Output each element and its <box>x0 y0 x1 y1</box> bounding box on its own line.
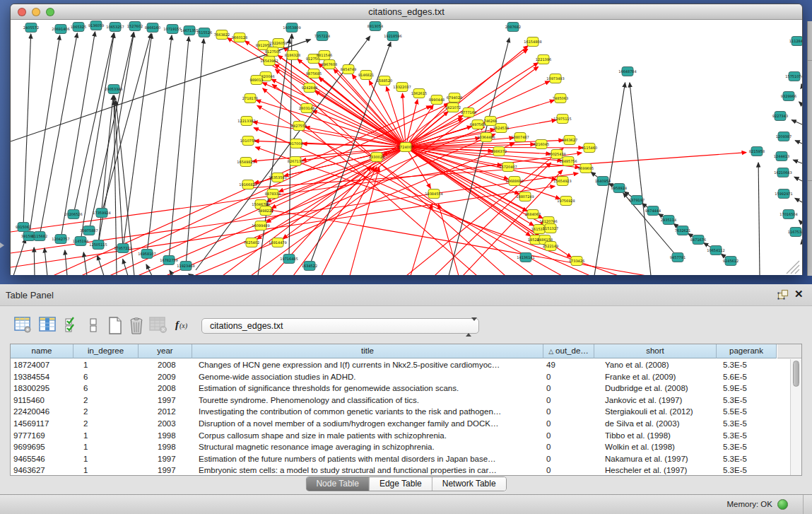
network-node[interactable]: 1221396 <box>536 55 551 64</box>
network-node[interactable]: 6497568 <box>470 120 486 129</box>
table-cell[interactable]: Hescheler et al. (1997) <box>594 465 717 477</box>
network-node[interactable]: 746266 <box>483 117 497 126</box>
table-cell[interactable]: 1998 <box>139 430 192 442</box>
table-cell[interactable]: Tibbo et al. (1998) <box>594 430 717 442</box>
table-cell[interactable]: 1 <box>73 465 139 477</box>
network-node[interactable]: 16549823 <box>237 158 254 167</box>
network-node[interactable]: 1115682 <box>32 232 47 241</box>
network-node[interactable]: 6794028 <box>447 93 462 103</box>
table-row[interactable]: 1830029562008Estimation of significance … <box>11 382 790 395</box>
network-node[interactable]: 9875685 <box>306 69 322 78</box>
network-node[interactable]: 16210643 <box>774 168 792 177</box>
table-cell[interactable]: 5.3E-5 <box>717 359 777 371</box>
network-node[interactable]: 8813054 <box>367 22 383 31</box>
network-node[interactable]: 1209387 <box>776 132 792 141</box>
table-cell[interactable]: 2 <box>73 418 139 430</box>
table-cell[interactable]: Changes of HCN gene expression and I(f) … <box>192 359 543 371</box>
network-node[interactable]: 8471676 <box>690 235 706 245</box>
show-columns-icon[interactable] <box>39 317 57 333</box>
network-node[interactable]: 1167534 <box>788 228 802 237</box>
network-node[interactable]: 917004 <box>289 139 302 148</box>
table-cell[interactable]: 0 <box>543 371 594 383</box>
network-node[interactable]: 9315061 <box>16 223 31 232</box>
tab-node-table[interactable]: Node Table <box>306 477 370 491</box>
table-scrollbar[interactable] <box>790 359 801 475</box>
network-node[interactable]: 10719155 <box>163 25 181 34</box>
network-node[interactable]: 8215958 <box>749 147 765 156</box>
table-cell[interactable]: 2008 <box>139 382 192 395</box>
network-node[interactable]: 15751074 <box>785 72 802 81</box>
network-node[interactable]: 12213383 <box>237 117 255 126</box>
table-cell[interactable]: 2 <box>73 395 139 407</box>
column-header-year[interactable]: year <box>139 344 192 358</box>
table-cell[interactable]: 5.3E-5 <box>717 465 777 477</box>
network-node[interactable]: 9127505 <box>265 47 281 57</box>
network-node[interactable]: 10653257 <box>106 23 124 32</box>
network-node[interactable]: 3498222 <box>258 206 273 216</box>
network-node[interactable]: 18807249 <box>516 192 534 201</box>
window-titlebar[interactable]: citations_edges.txt <box>11 4 802 20</box>
close-panel-icon[interactable]: ✕ <box>794 288 804 300</box>
network-node[interactable]: 989013 <box>249 76 263 85</box>
table-row[interactable]: 969969511998Structural magnetic resonanc… <box>11 441 790 453</box>
table-cell[interactable]: Nakamura et al. (1997) <box>594 453 717 465</box>
table-cell[interactable]: 2003 <box>139 418 192 430</box>
table-cell[interactable]: 49 <box>543 359 594 371</box>
table-cell[interactable]: Yano et al. (2008) <box>594 359 717 371</box>
network-canvas[interactable]: 1724007891295423226058912750581863289127… <box>11 20 802 275</box>
table-cell[interactable]: Structural magnetic resonance image aver… <box>192 441 543 453</box>
table-cell[interactable]: 5.3E-5 <box>717 441 777 453</box>
network-node[interactable]: 16648784 <box>618 67 636 76</box>
network-node[interactable]: 7625402 <box>244 238 259 247</box>
table-cell[interactable]: Tourette syndrome. Phenomenology and cla… <box>192 395 543 407</box>
table-cell[interactable]: 18724007 <box>11 359 73 371</box>
table-cell[interactable]: 9465546 <box>11 453 73 465</box>
table-cell[interactable]: 1 <box>73 441 139 453</box>
table-cell[interactable]: 6 <box>73 382 139 395</box>
network-node[interactable]: 8267130 <box>288 157 303 166</box>
network-node[interactable]: 7515526 <box>196 28 212 37</box>
new-table-icon[interactable] <box>107 317 123 334</box>
memory-status-icon[interactable] <box>777 499 788 510</box>
table-cell[interactable]: 5.3E-5 <box>717 418 777 430</box>
network-node[interactable]: 9242848 <box>302 83 317 93</box>
table-cell[interactable]: 5.3E-5 <box>717 430 777 442</box>
network-node[interactable]: 1362615 <box>411 89 427 98</box>
network-node[interactable]: 2522149 <box>543 242 558 251</box>
table-cell[interactable]: Dudbridge et al. (2008) <box>594 382 717 395</box>
network-node[interactable]: 15654923 <box>553 177 571 186</box>
network-node[interactable]: 17016504 <box>779 210 797 219</box>
network-node[interactable]: 2087682 <box>505 23 521 32</box>
table-cell[interactable]: 2012 <box>139 406 192 418</box>
network-node[interactable]: 8186328 <box>285 51 300 60</box>
table-row[interactable]: 946554611997Estimation of the future num… <box>11 453 790 465</box>
column-header-in_degree[interactable]: in_degree <box>73 344 139 358</box>
network-node[interactable]: 1634522 <box>302 262 317 271</box>
delete-trash-icon[interactable] <box>128 317 145 335</box>
citation-network-graph[interactable]: 1724007891295423226058912750581863289127… <box>11 20 802 275</box>
table-cell[interactable]: Franke et al. (2009) <box>594 371 717 383</box>
function-builder-icon[interactable]: f (x) <box>174 317 194 332</box>
network-node[interactable]: 16958107 <box>138 250 155 259</box>
network-node[interactable]: 15992971 <box>775 189 792 199</box>
table-cell[interactable]: 19384554 <box>11 371 73 383</box>
table-cell[interactable]: 1 <box>73 453 139 465</box>
table-cell[interactable]: 6 <box>73 371 139 383</box>
network-node[interactable]: 11923468 <box>177 262 194 271</box>
select-attributes-icon[interactable] <box>64 317 80 334</box>
table-cell[interactable]: 5.5E-5 <box>717 406 777 418</box>
table-cell[interactable]: 1997 <box>139 465 192 477</box>
network-node[interactable]: 9777169 <box>461 108 476 117</box>
table-cell[interactable]: 9115460 <box>11 395 73 407</box>
network-node[interactable]: 9146821 <box>358 71 374 80</box>
table-cell[interactable]: 0 <box>543 441 594 453</box>
minimize-traffic-light[interactable] <box>32 8 40 16</box>
close-traffic-light[interactable] <box>18 8 26 16</box>
network-node[interactable]: 1588520 <box>377 76 392 86</box>
network-node[interactable]: 8811546 <box>317 51 332 60</box>
table-cell[interactable]: 22420046 <box>11 406 73 418</box>
network-node[interactable]: 16154808 <box>524 37 541 47</box>
table-cell[interactable]: 5.6E-5 <box>717 371 777 383</box>
network-node[interactable]: 6379197 <box>629 196 645 205</box>
table-cell[interactable]: 5.3E-5 <box>717 395 777 407</box>
